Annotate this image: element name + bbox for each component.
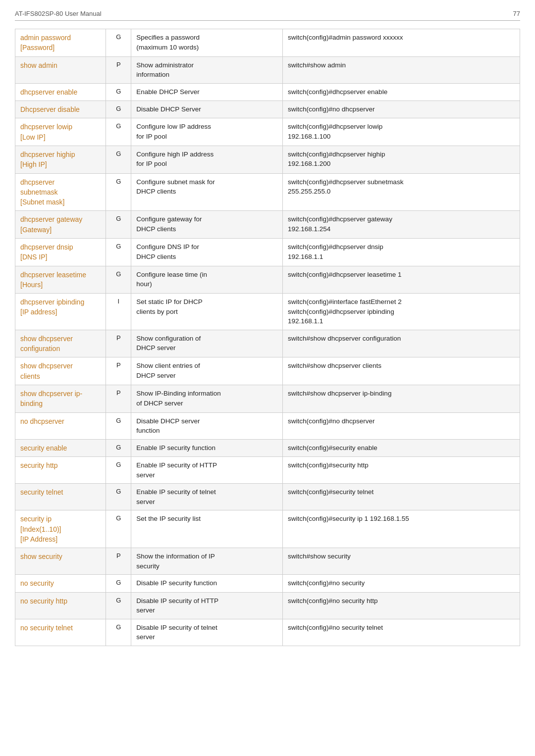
command-cell: dhcpserver lowip[Low IP] (15, 118, 106, 146)
command-cell: no security http (15, 592, 106, 619)
mode-cell: G (106, 101, 131, 118)
command-table: admin password[Password]GSpecifies a pas… (15, 29, 520, 646)
description-cell: Disable DHCP serverfunction (131, 412, 283, 439)
table-row: no security telnetGDisable IP security o… (15, 619, 520, 646)
table-row: dhcpserver ipbinding[IP address]ISet sta… (15, 294, 520, 330)
description-cell: Disable IP security of telnetserver (131, 619, 283, 646)
command-cell: security telnet (15, 484, 106, 510)
description-cell: Configure subnet mask forDHCP clients (131, 173, 283, 211)
command-cell: no security (15, 575, 106, 592)
mode-cell: G (106, 118, 131, 146)
command-cell: security ip[Index(1..10)][IP Address] (15, 510, 106, 548)
page-number: 77 (513, 10, 520, 17)
command-cell: security http (15, 457, 106, 484)
description-cell: Enable DHCP Server (131, 83, 283, 101)
example-cell: switch(config)#security telnet (283, 484, 520, 510)
example-cell: switch(config)#admin password xxxxxx (283, 29, 520, 57)
description-cell: Disable IP security function (131, 575, 283, 592)
command-cell: show dhcpserverclients (15, 357, 106, 385)
description-cell: Show configuration ofDHCP server (131, 330, 283, 357)
table-row: show dhcpserver ip-bindingPShow IP-Bindi… (15, 385, 520, 413)
table-row: Dhcpserver disableGDisable DHCP Serversw… (15, 101, 520, 118)
mode-cell: G (106, 266, 131, 294)
command-cell: no security telnet (15, 619, 106, 646)
mode-cell: G (106, 412, 131, 439)
mode-cell: P (106, 548, 131, 575)
example-cell: switch(config)#security enable (283, 439, 520, 456)
table-row: show dhcpserverconfigurationPShow config… (15, 330, 520, 357)
description-cell: Configure lease time (inhour) (131, 266, 283, 294)
table-row: admin password[Password]GSpecifies a pas… (15, 29, 520, 57)
example-cell: switch(config)#no dhcpserver (283, 412, 520, 439)
mode-cell: G (106, 575, 131, 592)
page-header: AT-IFS802SP-80 User Manual 77 (15, 10, 520, 21)
description-cell: Show client entries ofDHCP server (131, 357, 283, 385)
command-cell: show dhcpserverconfiguration (15, 330, 106, 357)
description-cell: Configure DNS IP forDHCP clients (131, 238, 283, 266)
example-cell: switch(config)#no security (283, 575, 520, 592)
description-cell: Configure gateway forDHCP clients (131, 211, 283, 239)
example-cell: switch(config)#dhcpserver lowip192.168.1… (283, 118, 520, 146)
mode-cell: G (106, 173, 131, 211)
table-row: dhcpserversubnetmask[Subnet mask]GConfig… (15, 173, 520, 211)
mode-cell: G (106, 439, 131, 456)
table-row: dhcpserver enableGEnable DHCP Serverswit… (15, 83, 520, 101)
command-cell: dhcpserver gateway[Gateway] (15, 211, 106, 239)
example-cell: switch#show security (283, 548, 520, 575)
description-cell: Configure high IP addressfor IP pool (131, 146, 283, 173)
example-cell: switch(config)#dhcpserver enable (283, 83, 520, 101)
description-cell: Disable IP security of HTTPserver (131, 592, 283, 619)
description-cell: Set the IP security list (131, 510, 283, 548)
table-row: show securityPShow the information of IP… (15, 548, 520, 575)
command-cell: dhcpserversubnetmask[Subnet mask] (15, 173, 106, 211)
description-cell: Configure low IP addressfor IP pool (131, 118, 283, 146)
mode-cell: G (106, 619, 131, 646)
table-row: show adminPShow administratorinformation… (15, 56, 520, 83)
mode-cell: G (106, 510, 131, 548)
example-cell: switch(config)#security http (283, 457, 520, 484)
mode-cell: P (106, 56, 131, 83)
mode-cell: G (106, 211, 131, 239)
mode-cell: P (106, 330, 131, 357)
mode-cell: I (106, 294, 131, 330)
table-row: no dhcpserverGDisable DHCP serverfunctio… (15, 412, 520, 439)
table-row: security telnetGEnable IP security of te… (15, 484, 520, 510)
command-cell: dhcpserver ipbinding[IP address] (15, 294, 106, 330)
example-cell: switch(config)#dhcpserver highip192.168.… (283, 146, 520, 173)
description-cell: Set static IP for DHCPclients by port (131, 294, 283, 330)
description-cell: Specifies a password(maximum 10 words) (131, 29, 283, 57)
example-cell: switch(config)#interface fastEthernet 2s… (283, 294, 520, 330)
table-row: no security httpGDisable IP security of … (15, 592, 520, 619)
command-cell: dhcpserver enable (15, 83, 106, 101)
table-row: no securityGDisable IP security function… (15, 575, 520, 592)
description-cell: Disable DHCP Server (131, 101, 283, 118)
table-row: show dhcpserverclientsPShow client entri… (15, 357, 520, 385)
command-cell: dhcpserver highip[High IP] (15, 146, 106, 173)
mode-cell: G (106, 29, 131, 57)
table-row: dhcpserver dnsip[DNS IP]GConfigure DNS I… (15, 238, 520, 266)
command-cell: Dhcpserver disable (15, 101, 106, 118)
description-cell: Enable IP security of HTTPserver (131, 457, 283, 484)
mode-cell: P (106, 385, 131, 413)
example-cell: switch#show dhcpserver clients (283, 357, 520, 385)
manual-title: AT-IFS802SP-80 User Manual (15, 10, 102, 17)
example-cell: switch(config)#security ip 1 192.168.1.5… (283, 510, 520, 548)
table-row: security enableGEnable IP security funct… (15, 439, 520, 456)
table-row: dhcpserver gateway[Gateway]GConfigure ga… (15, 211, 520, 239)
command-cell: dhcpserver leasetime[Hours] (15, 266, 106, 294)
mode-cell: G (106, 484, 131, 510)
command-cell: security enable (15, 439, 106, 456)
mode-cell: G (106, 457, 131, 484)
description-cell: Enable IP security function (131, 439, 283, 456)
description-cell: Show IP-Binding informationof DHCP serve… (131, 385, 283, 413)
example-cell: switch(config)#no security http (283, 592, 520, 619)
description-cell: Show administratorinformation (131, 56, 283, 83)
table-row: dhcpserver highip[High IP]GConfigure hig… (15, 146, 520, 173)
example-cell: switch(config)#dhcpserver subnetmask255.… (283, 173, 520, 211)
mode-cell: G (106, 83, 131, 101)
command-cell: admin password[Password] (15, 29, 106, 57)
command-cell: show security (15, 548, 106, 575)
example-cell: switch#show admin (283, 56, 520, 83)
table-row: security httpGEnable IP security of HTTP… (15, 457, 520, 484)
table-row: security ip[Index(1..10)][IP Address]GSe… (15, 510, 520, 548)
